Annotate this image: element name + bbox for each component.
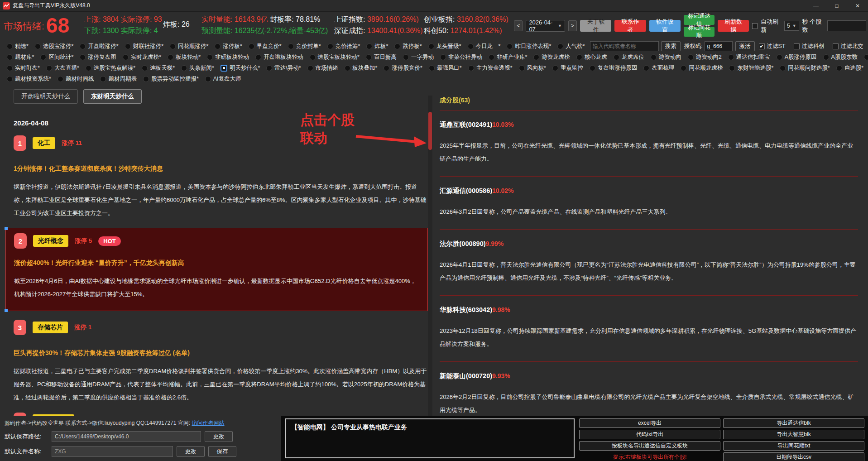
- sector-tag[interactable]: 光纤概念: [33, 235, 68, 247]
- filter-option-涨停板*[interactable]: 涨停板*: [211, 43, 245, 50]
- scrollbar-thumb[interactable]: [428, 112, 432, 150]
- stock-count-input[interactable]: [827, 20, 866, 31]
- minimize-button[interactable]: —: [806, 0, 826, 11]
- maximize-button[interactable]: □: [826, 0, 847, 11]
- auth-code-input[interactable]: [705, 41, 733, 51]
- filter-option-明天炒什么*[interactable]: 明天炒什么*: [217, 64, 263, 72]
- filter-option-盘面梳理[interactable]: 盘面梳理: [640, 64, 677, 72]
- filter-option-竞价封单*[interactable]: 竞价封单*: [285, 43, 324, 50]
- save-path-input[interactable]: [52, 431, 201, 442]
- filter-option-昨日涨停表现*[interactable]: 昨日涨停表现*: [504, 43, 554, 50]
- filter-option-早盘竞价*[interactable]: 早盘竞价*: [245, 43, 285, 50]
- export-button-导出同花顺txt[interactable]: 导出同花顺txt: [723, 441, 864, 451]
- author-site-link[interactable]: 访问作者网站: [192, 420, 224, 426]
- stock-item[interactable]: 汇源通信(000586)10.02%2026年3月2日回复称，公司产品覆盖光缆产…: [440, 177, 858, 230]
- file-name-input[interactable]: [52, 446, 173, 457]
- filter-option-东财智能选股*[interactable]: 东财智能选股*: [726, 64, 777, 72]
- stock-search-input[interactable]: [590, 41, 659, 51]
- mark-tdx-button[interactable]: 标记通达信: [684, 15, 715, 25]
- filter-option-重点监控[interactable]: 重点监控: [549, 64, 586, 72]
- filter-option-竞价抢筹*[interactable]: 竞价抢筹*: [324, 43, 364, 50]
- filter-option-雷达\异动*[interactable]: 雷达\异动*: [263, 64, 304, 72]
- close-button[interactable]: ✕: [847, 0, 868, 11]
- change-path-button[interactable]: 更改: [205, 431, 233, 442]
- filter-option-题材投资系统*[interactable]: 题材投资系统*: [4, 75, 54, 83]
- contact-author-button[interactable]: 联系作者: [614, 20, 646, 32]
- filter-option-风向标*[interactable]: 风向标*: [516, 64, 549, 72]
- filter-option-开盘啦板块轮动[interactable]: 开盘啦板块轮动: [252, 53, 307, 61]
- filter-option-A股股东数[interactable]: A股股东数: [820, 53, 861, 61]
- filter-option-选股宝涨停*[interactable]: 选股宝涨停*: [32, 43, 77, 50]
- filter-option-AI复盘大师[interactable]: AI复盘大师: [202, 75, 245, 83]
- export-button-excel导出[interactable]: excel导出: [579, 418, 720, 428]
- filter-option-游资动向[interactable]: 游资动向: [647, 53, 685, 61]
- export-button-导出大智慧blk[interactable]: 导出大智慧blk: [723, 430, 864, 439]
- filter-option-自选股*[interactable]: 自选股*: [833, 64, 867, 72]
- filter-option-精选*[interactable]: 精选*: [4, 43, 32, 50]
- filter-option-一字异动[interactable]: 一字异动: [400, 53, 437, 61]
- auto-refresh-checkbox[interactable]: [752, 23, 758, 29]
- interval-select[interactable]: 5▼: [784, 21, 799, 31]
- filter-option-板块叠加*[interactable]: 板块叠加*: [341, 64, 381, 72]
- export-button-按板块名导出通达信自定义板块[interactable]: 按板块名导出通达信自定义板块: [579, 441, 720, 451]
- next-date-button[interactable]: >: [568, 20, 577, 31]
- search-button[interactable]: 搜索: [661, 41, 681, 51]
- filter-option-跌停板*[interactable]: 跌停板*: [391, 43, 425, 50]
- filter-option-题材库*[interactable]: 题材库*: [4, 53, 37, 61]
- stock-item[interactable]: 新能泰山(000720)9.93%2026年2月2日回复称，目前公司控股子公司鲁…: [440, 362, 858, 416]
- filter-option-韭研产业库*[interactable]: 韭研产业库*: [485, 53, 530, 61]
- filter-option-财联社涨停*[interactable]: 财联社涨停*: [122, 43, 167, 50]
- filter-option-选股宝热点解读*[interactable]: 选股宝热点解读*: [82, 64, 139, 72]
- save-button[interactable]: 保存: [208, 446, 236, 457]
- settings-button[interactable]: 软件设置: [649, 20, 681, 32]
- filter-option-选股宝板块轮动*[interactable]: 选股宝板块轮动*: [307, 53, 363, 61]
- prev-date-button[interactable]: <: [514, 20, 523, 31]
- tab-kpl-tomorrow[interactable]: 开盘啦明天炒什么: [14, 89, 78, 104]
- filter-option-通达信扫雷宝[interactable]: 通达信扫雷宝: [725, 53, 773, 61]
- filter-option-同花顺涨停*[interactable]: 同花顺涨停*: [167, 43, 211, 50]
- news-section[interactable]: 4钠离子电池涨停 0钠电池迎重大技术突破 多股直线封板 融资客提前“埋伏”这些票…: [14, 412, 428, 416]
- filter-option-龙头晋级*[interactable]: 龙头晋级*: [425, 43, 465, 50]
- filter-option-炸板*[interactable]: 炸板*: [363, 43, 391, 50]
- filter-checkbox-过滤北交[interactable]: 过滤北交: [829, 43, 868, 50]
- filter-option-同花顺问财选股*[interactable]: 同花顺问财选股*: [777, 64, 833, 72]
- filter-option-市场情绪[interactable]: 市场情绪: [304, 64, 341, 72]
- refresh-data-button[interactable]: 刷新数据: [718, 20, 749, 32]
- filter-option-开盘啦涨停*[interactable]: 开盘啦涨停*: [77, 43, 121, 50]
- filter-option-板块轮动*[interactable]: 板块轮动*: [164, 53, 204, 61]
- about-button[interactable]: 关于软件: [580, 20, 611, 32]
- filter-option-股票异动监控播报*[interactable]: 股票异动监控播报*: [140, 75, 202, 83]
- filter-option-最强风口*[interactable]: 最强风口*: [426, 64, 465, 72]
- change-name-button[interactable]: 更改: [177, 446, 205, 457]
- filter-option-今日龙一*[interactable]: 今日龙一*: [465, 43, 504, 50]
- filter-option-复盘啦涨停原因[interactable]: 复盘啦涨停原因: [586, 64, 641, 72]
- filter-checkbox-过滤科创[interactable]: 过滤科创: [790, 43, 829, 50]
- filter-option-涨停股竞价*[interactable]: 涨停股竞价*: [380, 64, 425, 72]
- filter-option-龙虎席位[interactable]: 龙虎席位: [610, 53, 647, 61]
- filter-option-游资动向2[interactable]: 游资动向2: [685, 53, 725, 61]
- filter-option-人气榜*[interactable]: 人气榜*: [554, 43, 588, 50]
- filter-option-大盘直播*[interactable]: 大盘直播*: [43, 64, 82, 72]
- filter-option-同花顺龙虎榜[interactable]: 同花顺龙虎榜: [677, 64, 726, 72]
- filter-checkbox-过滤ST[interactable]: ✔过滤ST: [755, 43, 790, 50]
- filter-option-韭研板块轮动[interactable]: 韭研板块轮动: [204, 53, 252, 61]
- mark-ths-button[interactable]: 标记同花顺: [684, 27, 715, 37]
- news-section[interactable]: 3存储芯片涨停 1巨头再提价30%！存储芯片集体走强 9股融资客抢筹过亿 (名单…: [14, 319, 428, 404]
- filter-option-题材周期表[interactable]: 题材周期表: [97, 75, 140, 83]
- stock-item[interactable]: 通鼎互联(002491)10.03%2025年半年报显示，目前，公司在光纤光缆、…: [440, 110, 858, 177]
- filter-option-头条新闻*[interactable]: 头条新闻*: [178, 64, 217, 72]
- export-button-日期段导出csv[interactable]: 日期段导出csv: [723, 452, 864, 461]
- filter-option-A股涨停原因[interactable]: A股涨停原因: [773, 53, 820, 61]
- filter-option-涨停复盘图[interactable]: 涨停复盘图: [77, 53, 120, 61]
- filter-option-连板天梯*[interactable]: 连板天梯*: [139, 64, 178, 72]
- filter-option-韭菜公社异动[interactable]: 韭菜公社异动: [437, 53, 485, 61]
- date-select[interactable]: 2026-04-07▼: [526, 20, 565, 32]
- sector-tag[interactable]: 化工: [33, 137, 55, 149]
- export-button-导出通达信blk[interactable]: 导出通达信blk: [723, 418, 864, 428]
- filter-option-核心龙虎[interactable]: 核心龙虎: [573, 53, 610, 61]
- filter-option-百日新高[interactable]: 百日新高: [363, 53, 400, 61]
- filter-option-实时盯盘*[interactable]: 实时盯盘*: [4, 64, 43, 72]
- filter-option-主力资金透视*[interactable]: 主力资金透视*: [465, 64, 516, 72]
- filter-option-题材时间线[interactable]: 题材时间线: [54, 75, 97, 83]
- stock-item[interactable]: 华脉科技(603042)9.98%2023年12月18日回复称，公司持续跟踪国家…: [440, 296, 858, 362]
